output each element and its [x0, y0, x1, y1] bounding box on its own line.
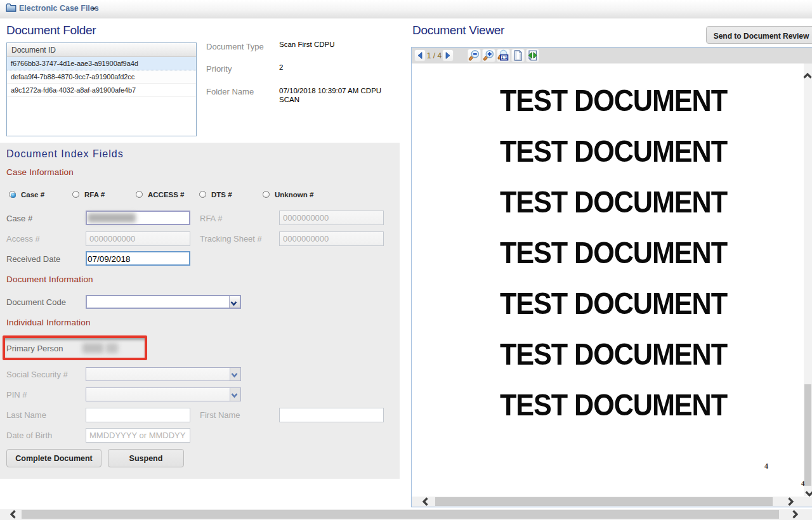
svg-text:1:1: 1:1 [501, 55, 508, 60]
